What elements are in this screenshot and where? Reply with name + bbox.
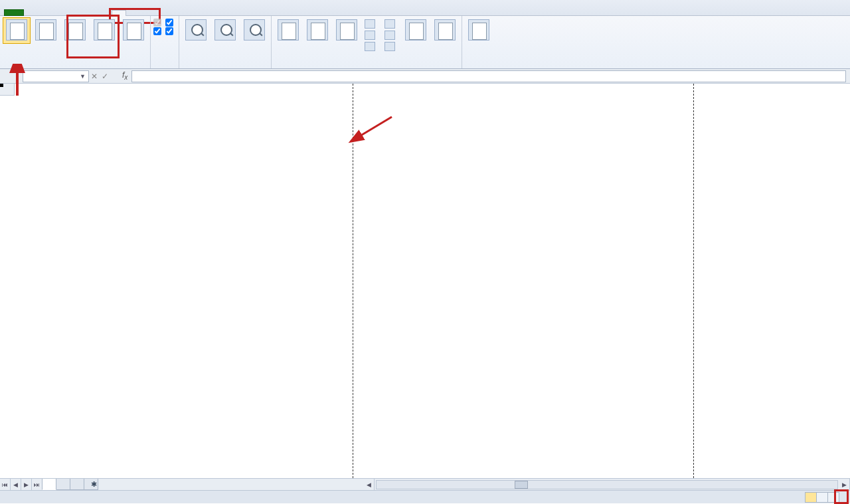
macros-button[interactable] — [465, 17, 493, 44]
save-workspace-button[interactable] — [402, 17, 430, 52]
status-bar — [0, 490, 850, 503]
status-pagebreak-view[interactable] — [827, 492, 839, 503]
horizontal-scrollbar[interactable]: ◀ ▶ — [98, 479, 850, 490]
split-button[interactable] — [362, 19, 381, 29]
new-window-button[interactable] — [274, 17, 302, 52]
sheet-nav-first[interactable]: ⏮ — [0, 479, 11, 490]
sheet-nav-next[interactable]: ▶ — [21, 479, 32, 490]
zoom100-button[interactable] — [211, 17, 239, 44]
formula-input[interactable] — [131, 70, 846, 82]
hscroll-right[interactable]: ▶ — [839, 479, 850, 491]
hide-button[interactable] — [362, 30, 381, 41]
switch-windows-button[interactable] — [431, 17, 459, 52]
normal-view-button[interactable] — [3, 17, 31, 44]
hscroll-thumb[interactable] — [515, 481, 528, 489]
sheet-tab-bar: ⏮ ◀ ▶ ⏭ ✱ ◀ ▶ — [0, 478, 850, 490]
tab-insert[interactable] — [39, 10, 53, 16]
pagelayout-view-button[interactable] — [32, 17, 60, 44]
freeze-button[interactable] — [333, 17, 361, 52]
name-box[interactable]: ▼ — [23, 70, 89, 82]
cancel-icon: ✕ — [89, 72, 100, 81]
pagebreak-view-button[interactable] — [61, 17, 89, 44]
hscroll-left[interactable]: ◀ — [364, 479, 375, 491]
page-break-1 — [353, 84, 353, 478]
formula-bar: ▼ ✕ ✓ fx — [0, 69, 850, 84]
tab-view[interactable] — [112, 10, 126, 16]
ribbon-tabs — [0, 0, 850, 16]
sheet-tab-2[interactable] — [56, 479, 70, 490]
cells-area[interactable] — [15, 96, 850, 478]
column-headers[interactable] — [15, 84, 850, 96]
ruler-checkbox — [153, 19, 164, 27]
gridlines-checkbox[interactable] — [153, 27, 164, 35]
sheet-nav-prev[interactable]: ◀ — [11, 479, 21, 490]
sheet-nav-last[interactable]: ⏭ — [32, 479, 42, 490]
reset-window-button — [382, 41, 400, 52]
tab-data[interactable] — [82, 10, 97, 16]
status-normal-view[interactable] — [805, 492, 817, 503]
headings-checkbox[interactable] — [165, 27, 176, 35]
spreadsheet-grid[interactable] — [0, 84, 850, 478]
formulabar-checkbox[interactable] — [165, 19, 176, 27]
show-group-title — [153, 68, 176, 68]
fx-icon[interactable]: fx — [122, 70, 128, 81]
tab-pagelayout[interactable] — [53, 10, 68, 16]
tab-home[interactable] — [24, 10, 39, 16]
custom-views-button[interactable] — [90, 17, 118, 44]
side-by-side-button[interactable] — [382, 19, 400, 29]
fullscreen-button[interactable] — [120, 17, 147, 44]
zoom-selection-button[interactable] — [240, 17, 268, 44]
zoom-button[interactable] — [182, 17, 210, 44]
active-cell[interactable] — [0, 84, 3, 86]
window-group-title — [274, 68, 459, 68]
new-sheet-button[interactable]: ✱ — [84, 479, 98, 490]
zoom-group-title — [182, 68, 268, 68]
arrange-button[interactable] — [303, 17, 331, 52]
unhide-button — [362, 41, 381, 52]
views-group-title — [3, 68, 147, 68]
sheet-tab-3[interactable] — [70, 479, 84, 490]
status-pagelayout-view[interactable] — [816, 492, 828, 503]
page-break-2 — [693, 84, 694, 478]
tab-file[interactable] — [4, 9, 24, 16]
tab-formulas[interactable] — [68, 10, 82, 16]
tab-review[interactable] — [97, 10, 112, 16]
sheet-tab-1[interactable] — [42, 479, 56, 490]
enter-icon: ✓ — [100, 72, 110, 81]
sync-scroll-button — [382, 30, 400, 41]
ribbon — [0, 16, 850, 69]
name-box-dropdown-icon[interactable]: ▼ — [80, 73, 86, 80]
macros-group-title — [465, 68, 493, 68]
